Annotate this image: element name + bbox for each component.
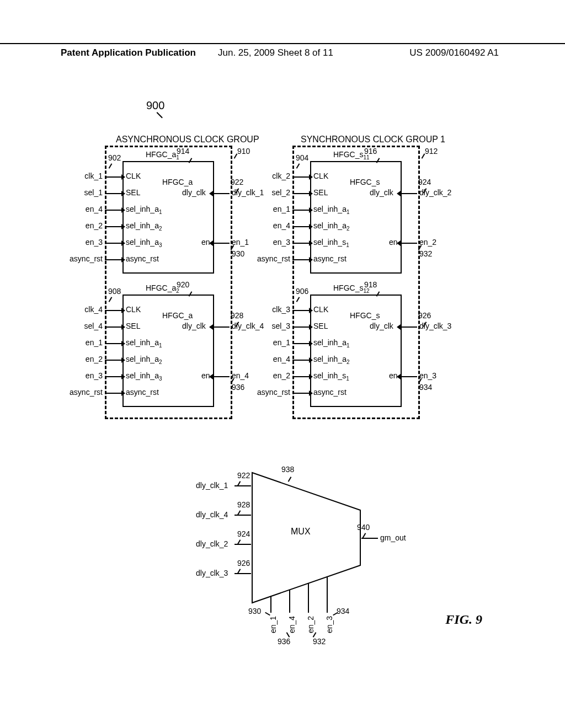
s12-pin-5 xyxy=(292,393,309,394)
a1-port-dly: dly_clk xyxy=(182,188,206,197)
s12-port-arst: async_rst xyxy=(313,388,347,397)
a1-port-arst: async_rst xyxy=(126,254,159,263)
mux-sel-4: en_3 xyxy=(325,616,334,633)
s11-port-sel: SEL xyxy=(313,188,328,197)
page-header: Patent Application Publication Jun. 25, … xyxy=(0,43,565,50)
s12-pin-0 xyxy=(292,310,309,311)
a2-pin-dly xyxy=(213,326,230,328)
s11-ext-inh1: en_1 xyxy=(271,205,290,213)
ref-922: 922 xyxy=(231,178,243,186)
ref-924: 924 xyxy=(418,178,431,186)
mux-ref-926: 926 xyxy=(237,559,250,568)
a2-pin-5 xyxy=(105,393,121,394)
a2-port-sel: SEL xyxy=(126,322,140,330)
mux-out-label: gm_out xyxy=(380,533,406,542)
s11-pin-1 xyxy=(292,193,309,194)
s12-port-inh2: sel_inh_a2 xyxy=(313,355,350,365)
a1-top-title: HFGC_a1 xyxy=(146,150,179,160)
mux-ref-940: 940 xyxy=(357,523,370,532)
a2-ext-inh2: en_2 xyxy=(84,355,103,363)
a2-ext-clk: clk_4 xyxy=(84,305,103,314)
mux-sel-1: en_1 xyxy=(269,616,278,633)
ref-906: 906 xyxy=(296,287,308,296)
a2-top-title: HFGC_a2 xyxy=(146,283,179,294)
s11-pin-4 xyxy=(292,243,309,244)
s12-pin-4 xyxy=(292,376,309,377)
a1-port-inh3: sel_inh_a3 xyxy=(126,238,162,248)
mux-ref-924: 924 xyxy=(237,529,250,538)
a2-pin-0 xyxy=(105,310,121,311)
a1-ext-arst: async_rst xyxy=(67,254,103,263)
a2-port-inh2: sel_inh_a2 xyxy=(126,355,162,365)
a2-port-inh3: sel_inh_a3 xyxy=(126,371,162,382)
a2-pin-2 xyxy=(105,343,121,344)
ref-928: 928 xyxy=(231,311,243,320)
s11-ext-inhs: en_3 xyxy=(271,238,290,247)
mux-ref-934: 934 xyxy=(337,607,349,615)
a1-port-clk: CLK xyxy=(126,172,141,180)
s12-pin-en xyxy=(401,376,417,377)
ref-930: 930 xyxy=(232,249,244,258)
s12-port-sel: SEL xyxy=(313,322,328,330)
svg-marker-0 xyxy=(252,473,360,603)
ref-914: 914 xyxy=(177,147,189,156)
ref-936: 936 xyxy=(232,383,244,392)
a2-ext-sel: sel_4 xyxy=(84,322,103,330)
a1-port-sel: SEL xyxy=(126,188,140,197)
mux-shape-icon xyxy=(251,472,361,615)
a1-pin-2 xyxy=(105,210,121,211)
mux-sel-3: en_2 xyxy=(306,616,315,633)
s12-ext-arst: async_rst xyxy=(255,388,290,397)
a1-pin-4 xyxy=(105,243,121,244)
ref-918: 918 xyxy=(364,280,377,289)
s12-port-dly: dly_clk xyxy=(370,322,393,330)
a1-port-inh2: sel_inh_a2 xyxy=(126,221,162,232)
ref-904: 904 xyxy=(296,153,308,162)
a1-port-inh1: sel_inh_a1 xyxy=(126,205,162,215)
a1-pin-0 xyxy=(105,176,121,178)
s11-ext-sel: sel_2 xyxy=(271,188,290,197)
s12-ext-clk: clk_3 xyxy=(271,305,290,314)
a2-pin-4 xyxy=(105,376,121,377)
ref-912: 912 xyxy=(425,147,438,156)
header-right: US 2009/0160492 A1 xyxy=(409,47,499,58)
s11-port-arst: async_rst xyxy=(313,254,347,263)
a1-ext-inh3: en_3 xyxy=(84,238,103,247)
mux-ref-932: 932 xyxy=(313,637,326,646)
a1-inner-title: HFGC_a xyxy=(162,178,193,186)
ref-932: 932 xyxy=(419,249,432,258)
sync-title: SYNCHRONOUS CLOCK GROUP 1 xyxy=(301,135,445,144)
s12-ext-inhs: en_2 xyxy=(271,371,290,380)
a1-ext-clk: clk_1 xyxy=(84,172,103,180)
s12-port-inhs: sel_inh_s1 xyxy=(313,371,349,382)
a2-inner-title: HFGC_a xyxy=(162,311,193,320)
a2-port-inh1: sel_inh_a1 xyxy=(126,338,162,349)
a1-pin-en xyxy=(213,243,230,244)
page: Patent Application Publication Jun. 25, … xyxy=(0,0,565,728)
mux-out-pin xyxy=(361,538,378,539)
header-left: Patent Application Publication xyxy=(61,47,196,58)
ref-910: 910 xyxy=(237,147,250,156)
ref-916: 916 xyxy=(364,147,377,156)
s12-pin-1 xyxy=(292,326,309,328)
s11-port-inh1: sel_inh_a1 xyxy=(313,205,350,215)
mux-in-4: dly_clk_3 xyxy=(196,569,228,577)
a2-pin-3 xyxy=(105,360,121,361)
s11-ext-inh2: en_4 xyxy=(271,221,290,230)
s11-ext-arst: async_rst xyxy=(255,254,290,263)
mux-in-3: dly_clk_2 xyxy=(196,539,228,548)
s12-pin-3 xyxy=(292,360,309,361)
a2-port-dly: dly_clk xyxy=(182,322,206,330)
s12-pin-2 xyxy=(292,343,309,344)
ref-910-tick xyxy=(234,153,238,159)
s11-port-clk: CLK xyxy=(313,172,328,180)
a1-pin-3 xyxy=(105,226,121,227)
s11-ext-clk: clk_2 xyxy=(271,172,290,180)
mux-block: MUX dly_clk_1 922 938 dly_clk_4 928 dly_… xyxy=(185,463,406,656)
a1-pin-5 xyxy=(105,259,121,260)
a2-port-arst: async_rst xyxy=(126,388,159,397)
mux-in-2: dly_clk_4 xyxy=(196,510,228,519)
mux-label: MUX xyxy=(291,527,311,537)
s12-ext-inh1: en_1 xyxy=(271,338,290,347)
mux-ref-928: 928 xyxy=(237,500,250,509)
